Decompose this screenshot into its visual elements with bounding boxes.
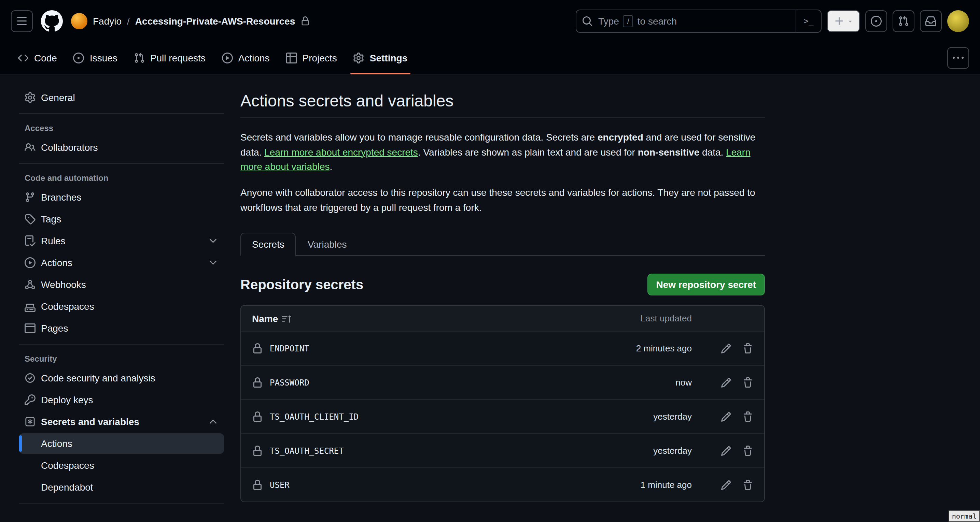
sidebar-item-tags[interactable]: Tags bbox=[19, 209, 224, 229]
tab-pull-requests[interactable]: Pull requests bbox=[127, 42, 212, 74]
chevron-down-icon bbox=[208, 235, 218, 246]
lock-icon bbox=[252, 343, 263, 354]
delete-secret-button[interactable] bbox=[742, 446, 753, 457]
key-asterisk-icon bbox=[25, 416, 35, 427]
edit-secret-button[interactable] bbox=[721, 343, 732, 354]
trash-icon bbox=[742, 378, 753, 388]
triangle-down-icon bbox=[846, 18, 853, 25]
collaborator-access-paragraph: Anyone with collaborator access to this … bbox=[240, 186, 765, 215]
sidebar-divider bbox=[19, 113, 224, 114]
issue-opened-icon bbox=[73, 52, 84, 63]
people-icon bbox=[25, 142, 35, 153]
secret-name-cell: ENDPOINT bbox=[252, 343, 589, 354]
github-mark-icon bbox=[41, 10, 63, 32]
pull-request-icon bbox=[134, 52, 145, 63]
non-sensitive-emphasis: non-sensitive bbox=[638, 146, 700, 157]
three-bars-icon bbox=[16, 16, 27, 27]
column-last-updated: Last updated bbox=[589, 314, 692, 324]
lock-icon bbox=[252, 480, 263, 490]
repo-nav: Code Issues Pull requests Actions Projec… bbox=[0, 42, 980, 75]
slash-keycap: / bbox=[623, 15, 633, 27]
sidebar-item-actions[interactable]: Actions bbox=[19, 252, 224, 273]
last-updated-cell: yesterday bbox=[589, 446, 692, 456]
app-header: Fadyio / Accessing-Private-AWS-Resources… bbox=[0, 0, 980, 42]
github-logo[interactable] bbox=[41, 10, 63, 32]
edit-secret-button[interactable] bbox=[721, 446, 732, 457]
issue-opened-icon bbox=[871, 16, 882, 27]
create-new-button[interactable] bbox=[827, 10, 860, 32]
sidebar-item-secrets-and-variables[interactable]: Secrets and variables bbox=[19, 411, 224, 432]
sidebar-subitem-codespaces[interactable]: Codespaces bbox=[19, 455, 224, 476]
owner-avatar[interactable] bbox=[71, 13, 88, 29]
row-actions bbox=[692, 411, 753, 422]
breadcrumb-repo-link[interactable]: Accessing-Private-AWS-Resources bbox=[135, 16, 295, 27]
sidebar-item-branches[interactable]: Branches bbox=[19, 187, 224, 208]
sidebar-item-code-security[interactable]: Code security and analysis bbox=[19, 368, 224, 388]
sidebar-item-deploy-keys[interactable]: Deploy keys bbox=[19, 390, 224, 410]
sidebar-item-webhooks[interactable]: Webhooks bbox=[19, 274, 224, 295]
breadcrumb-owner-link[interactable]: Fadyio bbox=[93, 16, 122, 27]
private-repo-lock-icon bbox=[301, 16, 310, 26]
repository-secrets-title: Repository secrets bbox=[240, 277, 363, 293]
encrypted-emphasis: encrypted bbox=[598, 132, 643, 143]
lock-icon bbox=[252, 378, 263, 388]
search-icon bbox=[582, 16, 593, 27]
delete-secret-button[interactable] bbox=[742, 480, 753, 490]
secret-name-cell: TS_OAUTH_SECRET bbox=[252, 446, 589, 457]
new-repository-secret-button[interactable]: New repository secret bbox=[647, 274, 765, 296]
sidebar-item-general[interactable]: General bbox=[19, 87, 224, 108]
pencil-icon bbox=[721, 378, 732, 388]
lock-icon bbox=[252, 446, 263, 457]
sidebar-subitem-actions[interactable]: Actions bbox=[19, 433, 224, 454]
last-updated-cell: yesterday bbox=[589, 412, 692, 422]
pull-requests-dashboard-button[interactable] bbox=[892, 10, 915, 32]
secrets-table: Name Last updated ENDPOINT 2 minutes ago bbox=[240, 305, 765, 503]
table-row: PASSWORD now bbox=[241, 365, 764, 400]
tab-variables[interactable]: Variables bbox=[296, 233, 358, 256]
vim-mode-indicator: normal bbox=[948, 510, 980, 522]
edit-secret-button[interactable] bbox=[721, 378, 732, 388]
table-row: TS_OAUTH_SECRET yesterday bbox=[241, 434, 764, 468]
edit-secret-button[interactable] bbox=[721, 480, 732, 490]
tab-issues[interactable]: Issues bbox=[67, 42, 124, 74]
tab-actions[interactable]: Actions bbox=[215, 42, 277, 74]
sidebar-item-codespaces[interactable]: Codespaces bbox=[19, 296, 224, 317]
breadcrumb: Fadyio / Accessing-Private-AWS-Resources bbox=[71, 13, 310, 29]
issues-dashboard-button[interactable] bbox=[865, 10, 887, 32]
sidebar-divider bbox=[19, 344, 224, 344]
tab-projects[interactable]: Projects bbox=[279, 42, 344, 74]
user-avatar[interactable] bbox=[947, 10, 969, 32]
nav-overflow-button[interactable] bbox=[947, 47, 969, 69]
delete-secret-button[interactable] bbox=[742, 343, 753, 354]
secret-name-cell: PASSWORD bbox=[252, 378, 589, 388]
trash-icon bbox=[742, 343, 753, 354]
last-updated-cell: now bbox=[589, 378, 692, 388]
command-palette-button[interactable]: >_ bbox=[795, 10, 821, 32]
row-actions bbox=[692, 378, 753, 388]
play-icon bbox=[222, 52, 233, 63]
plus-icon bbox=[834, 16, 845, 27]
trash-icon bbox=[742, 411, 753, 422]
edit-secret-button[interactable] bbox=[721, 411, 732, 422]
tab-code[interactable]: Code bbox=[11, 42, 64, 74]
play-icon bbox=[25, 257, 35, 268]
settings-main: Actions secrets and variables Secrets an… bbox=[240, 75, 765, 503]
sidebar-item-rules[interactable]: Rules bbox=[19, 231, 224, 251]
hamburger-menu-button[interactable] bbox=[11, 10, 33, 32]
delete-secret-button[interactable] bbox=[742, 411, 753, 422]
sidebar-subitem-dependabot[interactable]: Dependabot bbox=[19, 477, 224, 497]
tab-settings[interactable]: Settings bbox=[347, 42, 414, 74]
row-actions bbox=[692, 446, 753, 457]
tab-secrets[interactable]: Secrets bbox=[240, 233, 296, 256]
row-actions bbox=[692, 343, 753, 354]
pencil-icon bbox=[721, 411, 732, 422]
sidebar-item-pages[interactable]: Pages bbox=[19, 318, 224, 338]
notifications-inbox-button[interactable] bbox=[920, 10, 942, 32]
delete-secret-button[interactable] bbox=[742, 378, 753, 388]
sidebar-item-collaborators[interactable]: Collaborators bbox=[19, 137, 224, 158]
encrypted-secrets-link[interactable]: Learn more about encrypted secrets bbox=[264, 146, 418, 157]
repository-secrets-header: Repository secrets New repository secret bbox=[240, 274, 765, 296]
pencil-icon bbox=[721, 480, 732, 490]
global-search-input[interactable]: Type / to search >_ bbox=[576, 10, 822, 33]
column-name: Name bbox=[252, 313, 589, 324]
